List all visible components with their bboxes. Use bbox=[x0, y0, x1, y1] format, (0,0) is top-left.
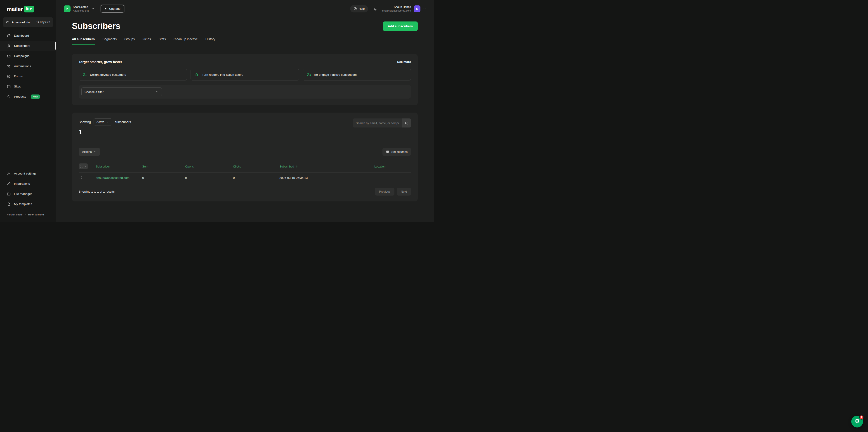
sidebar: mailer lite Advanced trial 14 days left … bbox=[0, 0, 56, 222]
sidebar-item-products[interactable]: Products New bbox=[0, 92, 56, 102]
subscribers-tabs: All subscribers Segments Groups Fields S… bbox=[72, 37, 418, 44]
chevron-down-icon bbox=[92, 7, 94, 10]
tab-clean-up-inactive[interactable]: Clean up inactive bbox=[174, 37, 197, 44]
tab-stats[interactable]: Stats bbox=[158, 37, 166, 44]
chevron-down-icon bbox=[423, 7, 426, 10]
link-icon bbox=[7, 182, 11, 186]
cell-clicks: 0 bbox=[233, 176, 279, 180]
footer-dot-separator bbox=[25, 214, 26, 215]
topbar: SaasScored Advanced trial Upgrade bbox=[56, 0, 434, 18]
next-page-button[interactable]: Next bbox=[397, 188, 411, 195]
chevron-down-icon bbox=[156, 90, 159, 93]
promo-card-label: Turn readers into action takers bbox=[202, 73, 243, 76]
main-area: SaasScored Advanced trial Upgrade bbox=[56, 0, 434, 222]
showing-label: Showing bbox=[79, 120, 91, 124]
search-icon bbox=[405, 121, 408, 125]
promo-card-action-takers[interactable]: Turn readers into action takers bbox=[191, 69, 299, 81]
set-columns-button[interactable]: Set columns bbox=[382, 148, 411, 156]
subscribers-icon bbox=[7, 44, 11, 48]
notifications-bell-icon[interactable] bbox=[372, 6, 378, 12]
table-row[interactable]: shaun@saasscored.com 0 0 0 2026-03-15 06… bbox=[79, 173, 411, 183]
status-filter-select[interactable]: Active bbox=[94, 119, 112, 125]
user-refresh-icon bbox=[307, 72, 311, 77]
sidebar-item-subscribers[interactable]: Subscribers bbox=[0, 41, 56, 51]
subscribers-table: Subscriber Sent Opens Clicks Subscribed … bbox=[79, 162, 411, 183]
row-checkbox[interactable] bbox=[79, 176, 82, 179]
column-header-sent[interactable]: Sent bbox=[142, 165, 185, 168]
pagination: Showing 1 to 1 of 1 results Previous Nex… bbox=[79, 188, 411, 195]
chevron-down-icon bbox=[106, 121, 109, 123]
table-header-row: Subscriber Sent Opens Clicks Subscribed … bbox=[79, 162, 411, 173]
search-button[interactable] bbox=[402, 119, 411, 127]
bolt-icon bbox=[104, 7, 107, 10]
subscriber-email-link[interactable]: shaun@saasscored.com bbox=[96, 176, 142, 180]
mailerlite-logo[interactable]: mailer lite bbox=[0, 0, 56, 17]
sidebar-nav: Dashboard Subscribers Campaigns Automati… bbox=[0, 31, 56, 102]
sidebar-item-sites[interactable]: Sites bbox=[0, 82, 56, 92]
sidebar-item-my-templates[interactable]: My templates bbox=[0, 199, 56, 209]
promo-card-devoted-customers[interactable]: Delight devoted customers bbox=[79, 69, 187, 81]
previous-page-button[interactable]: Previous bbox=[375, 188, 395, 195]
workspace-selector[interactable]: SaasScored Advanced trial bbox=[64, 5, 94, 12]
choose-filter-select[interactable]: Choose a filter bbox=[81, 88, 162, 96]
set-columns-label: Set columns bbox=[391, 150, 408, 154]
column-header-clicks[interactable]: Clicks bbox=[233, 165, 279, 168]
partner-offers-link[interactable]: Partner offers bbox=[7, 213, 22, 216]
help-button[interactable]: Help bbox=[350, 5, 368, 12]
sidebar-item-label: Campaigns bbox=[14, 54, 29, 58]
tab-groups[interactable]: Groups bbox=[124, 37, 135, 44]
refer-a-friend-link[interactable]: Refer a friend bbox=[28, 213, 44, 216]
column-header-opens[interactable]: Opens bbox=[185, 165, 233, 168]
actions-label: Actions bbox=[82, 150, 92, 154]
cell-opens: 0 bbox=[185, 176, 233, 180]
tab-segments[interactable]: Segments bbox=[102, 37, 117, 44]
sidebar-item-file-manager[interactable]: File manager bbox=[0, 189, 56, 199]
sidebar-item-automations[interactable]: Automations bbox=[0, 61, 56, 71]
sidebar-item-forms[interactable]: Forms bbox=[0, 71, 56, 82]
workspace-plan: Advanced trial bbox=[73, 9, 89, 12]
trial-days-left: 14 days left bbox=[36, 21, 50, 24]
sidebar-item-label: Forms bbox=[14, 74, 23, 78]
user-menu[interactable]: Shaun Hobbs shaun@saasscored.com S bbox=[382, 5, 426, 12]
products-new-badge: New bbox=[31, 94, 40, 99]
sidebar-item-label: Dashboard bbox=[14, 34, 29, 37]
pagination-summary: Showing 1 to 1 of 1 results bbox=[79, 190, 115, 193]
products-icon bbox=[7, 95, 11, 99]
actions-dropdown-button[interactable]: Actions bbox=[79, 148, 100, 156]
column-header-location[interactable]: Location bbox=[374, 165, 411, 168]
upgrade-button[interactable]: Upgrade bbox=[101, 5, 124, 13]
logo-text-mailer: mailer bbox=[7, 6, 23, 12]
tab-all-subscribers[interactable]: All subscribers bbox=[72, 37, 95, 44]
status-filter-value: Active bbox=[96, 120, 104, 124]
sidebar-item-account-settings[interactable]: Account settings bbox=[0, 168, 56, 179]
trial-label: Advanced trial bbox=[12, 21, 30, 24]
promo-card-reengage-inactive[interactable]: Re-engage inactive subscribers bbox=[303, 69, 411, 81]
trial-status[interactable]: Advanced trial 14 days left bbox=[3, 18, 53, 27]
see-more-link[interactable]: See more bbox=[397, 60, 411, 64]
column-header-subscribed[interactable]: Subscribed bbox=[279, 165, 374, 168]
sidebar-item-integrations[interactable]: Integrations bbox=[0, 179, 56, 189]
select-all-dropdown[interactable] bbox=[79, 163, 88, 169]
sidebar-item-campaigns[interactable]: Campaigns bbox=[0, 51, 56, 61]
workspace-avatar bbox=[64, 5, 70, 12]
user-heart-icon bbox=[83, 72, 87, 77]
sidebar-item-label: Automations bbox=[14, 64, 31, 68]
sort-descending-icon bbox=[295, 165, 298, 168]
workspace-name: SaasScored bbox=[73, 5, 89, 9]
sidebar-item-dashboard[interactable]: Dashboard bbox=[0, 31, 56, 41]
tab-fields[interactable]: Fields bbox=[143, 37, 151, 44]
column-header-subscriber[interactable]: Subscriber bbox=[96, 165, 142, 168]
sidebar-item-label: My templates bbox=[14, 202, 32, 206]
upgrade-label: Upgrade bbox=[109, 7, 121, 10]
search-input[interactable] bbox=[352, 119, 402, 127]
app-window: mailer lite Advanced trial 14 days left … bbox=[0, 0, 434, 222]
sidebar-item-label: File manager bbox=[14, 192, 32, 195]
folder-icon bbox=[7, 192, 11, 196]
add-subscribers-button[interactable]: Add subscribers bbox=[383, 22, 418, 31]
cell-sent: 0 bbox=[142, 176, 185, 180]
forms-icon bbox=[7, 74, 11, 79]
subscriber-count: 1 bbox=[79, 129, 131, 136]
choose-filter-label: Choose a filter bbox=[85, 90, 103, 94]
user-email: shaun@saasscored.com bbox=[382, 9, 411, 12]
tab-history[interactable]: History bbox=[206, 37, 215, 44]
